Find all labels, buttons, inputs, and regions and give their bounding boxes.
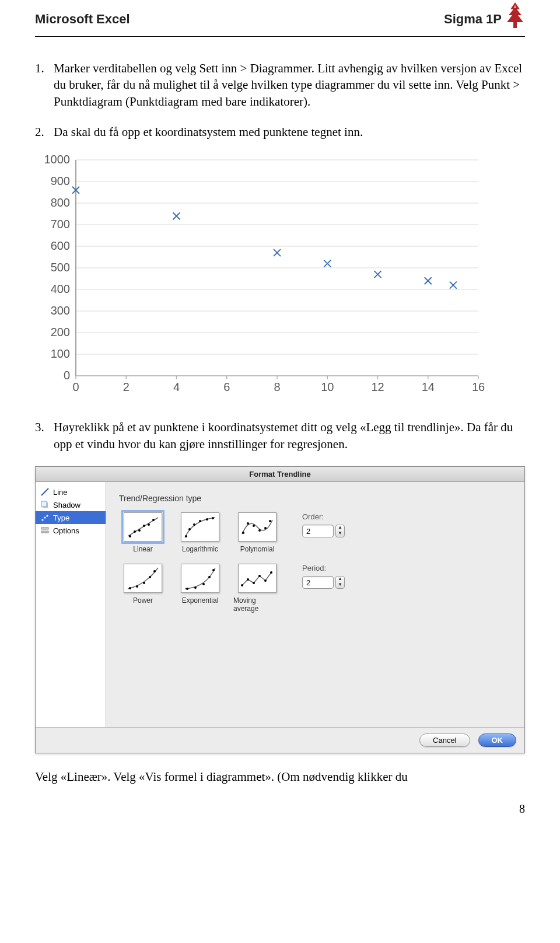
- dialog-title: Format Trendline: [36, 467, 524, 482]
- type-icon: [40, 513, 50, 522]
- svg-point-72: [148, 523, 150, 526]
- period-input[interactable]: [302, 576, 334, 589]
- sidebar-item-line[interactable]: Line: [36, 486, 106, 498]
- svg-point-99: [258, 575, 261, 577]
- type-polynomial[interactable]: Polynomial: [233, 512, 281, 553]
- exponential-thumb-icon: [181, 564, 219, 593]
- svg-text:900: 900: [51, 174, 70, 187]
- svg-text:700: 700: [51, 218, 70, 230]
- shadow-icon: [40, 500, 50, 509]
- step-1-number: 1.: [35, 60, 54, 110]
- svg-rect-61: [41, 501, 47, 507]
- type-exponential-label: Exponential: [182, 596, 219, 605]
- type-power-label: Power: [133, 596, 153, 605]
- cancel-button[interactable]: Cancel: [419, 734, 470, 747]
- svg-text:100: 100: [51, 347, 70, 360]
- svg-point-94: [208, 576, 211, 578]
- order-step-down[interactable]: ▼: [336, 531, 344, 537]
- svg-point-83: [258, 529, 261, 532]
- svg-point-62: [41, 519, 43, 521]
- svg-point-86: [129, 587, 131, 589]
- svg-point-82: [253, 525, 255, 527]
- ok-button[interactable]: OK: [478, 734, 517, 747]
- svg-point-64: [46, 515, 48, 516]
- svg-point-75: [188, 528, 191, 530]
- linear-thumb-icon: [124, 512, 162, 542]
- svg-point-98: [253, 582, 255, 584]
- svg-point-69: [134, 530, 136, 533]
- svg-point-68: [129, 535, 131, 537]
- svg-point-87: [136, 585, 138, 588]
- svg-text:800: 800: [51, 196, 70, 209]
- step-1-text: Marker verditabellen og velg Sett inn > …: [54, 60, 525, 110]
- svg-point-81: [247, 522, 249, 525]
- sidebar-item-shadow[interactable]: Shadow: [36, 498, 106, 511]
- sidebar-item-type[interactable]: Type: [36, 511, 106, 524]
- sidebar-item-options[interactable]: Options: [36, 524, 106, 537]
- svg-rect-65: [41, 528, 48, 529]
- svg-rect-1: [513, 22, 517, 28]
- sidebar-item-label: Type: [53, 514, 69, 522]
- svg-point-92: [194, 586, 197, 589]
- svg-text:200: 200: [51, 326, 70, 338]
- order-label: Order:: [302, 512, 345, 521]
- trend-regression-group-label: Trend/Regression type: [119, 494, 512, 503]
- svg-point-76: [193, 523, 195, 526]
- svg-text:500: 500: [51, 261, 70, 274]
- logarithmic-thumb-icon: [181, 512, 219, 542]
- period-step-down[interactable]: ▼: [336, 582, 344, 588]
- order-stepper[interactable]: ▲ ▼: [302, 525, 345, 537]
- svg-point-84: [264, 527, 267, 529]
- svg-text:600: 600: [51, 239, 70, 252]
- step-3-number: 3.: [35, 419, 54, 452]
- step-3-text: Høyreklikk på et av punktene i koordinat…: [54, 419, 525, 452]
- svg-text:0: 0: [72, 380, 79, 393]
- svg-point-79: [212, 517, 214, 519]
- type-moving-average-label: Moving average: [233, 596, 281, 613]
- svg-point-88: [143, 582, 145, 584]
- page-header: Microsoft Excel Sigma 1P: [35, 0, 525, 37]
- svg-text:16: 16: [472, 380, 485, 393]
- tree-icon: [505, 2, 525, 29]
- svg-text:0: 0: [64, 369, 70, 382]
- svg-text:12: 12: [371, 380, 384, 393]
- svg-point-93: [202, 583, 205, 585]
- step-3: 3. Høyreklikk på et av punktene i koordi…: [35, 419, 525, 452]
- polynomial-thumb-icon: [238, 512, 276, 542]
- svg-point-73: [152, 519, 155, 521]
- step-2-number: 2.: [35, 124, 54, 140]
- svg-point-90: [153, 570, 156, 572]
- type-logarithmic[interactable]: Logarithmic: [176, 512, 224, 553]
- svg-point-91: [186, 588, 188, 590]
- svg-point-70: [138, 529, 141, 532]
- svg-rect-66: [41, 531, 48, 533]
- header-right: Sigma 1P: [444, 12, 502, 27]
- format-trendline-dialog: Format Trendline Line Shadow Type Option…: [35, 466, 525, 753]
- svg-text:4: 4: [173, 380, 180, 393]
- svg-point-78: [206, 518, 208, 521]
- svg-text:300: 300: [51, 304, 70, 317]
- svg-point-97: [247, 578, 249, 581]
- type-logarithmic-label: Logarithmic: [182, 545, 218, 553]
- header-left: Microsoft Excel: [35, 12, 130, 27]
- step-2: 2. Da skal du få opp et koordinatsystem …: [35, 124, 525, 140]
- period-stepper[interactable]: ▲ ▼: [302, 576, 345, 589]
- step-2-text: Da skal du få opp et koordinatsystem med…: [54, 124, 525, 140]
- svg-point-77: [199, 520, 201, 522]
- type-exponential[interactable]: Exponential: [176, 564, 224, 605]
- svg-point-95: [212, 569, 215, 571]
- type-linear[interactable]: Linear: [119, 512, 167, 553]
- type-power[interactable]: Power: [119, 564, 167, 605]
- svg-text:2: 2: [123, 380, 130, 393]
- svg-point-74: [185, 535, 187, 537]
- svg-text:10: 10: [321, 380, 334, 393]
- svg-line-59: [41, 488, 48, 495]
- scatter-chart: 0100200300400500600700800900100002468101…: [35, 154, 525, 401]
- sidebar-item-label: Shadow: [53, 501, 80, 509]
- svg-text:8: 8: [274, 380, 280, 393]
- order-input[interactable]: [302, 525, 334, 537]
- svg-point-63: [44, 516, 46, 518]
- options-icon: [40, 526, 50, 535]
- svg-point-80: [242, 532, 244, 534]
- type-moving-average[interactable]: Moving average: [233, 564, 281, 613]
